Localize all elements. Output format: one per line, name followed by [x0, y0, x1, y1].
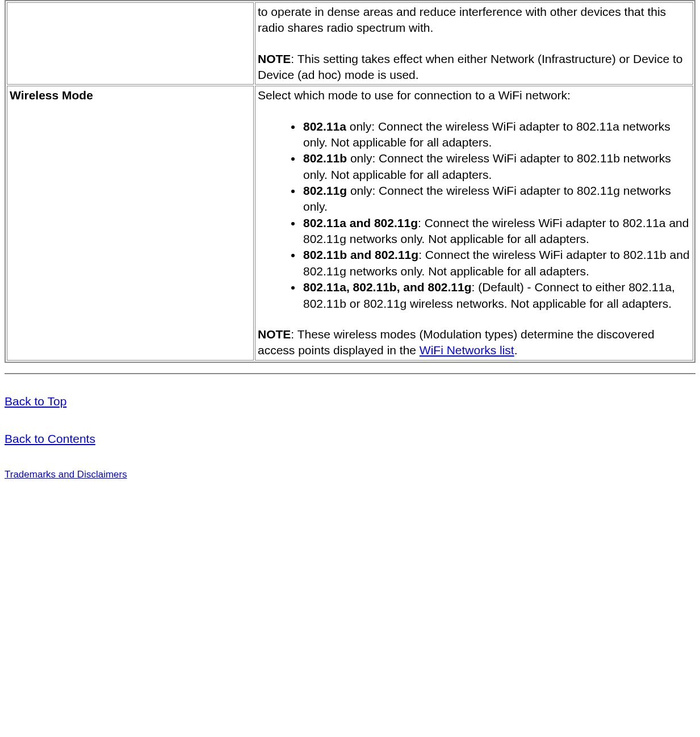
- options-list: 802.11a only: Connect the wireless WiFi …: [258, 119, 690, 312]
- list-item: 802.11a, 802.11b, and 802.11g: (Default)…: [302, 279, 690, 312]
- footer-links: Back to Top Back to Contents Trademarks …: [5, 393, 695, 482]
- option-name: 802.11b: [303, 152, 347, 165]
- option-name: 802.11a, 802.11b, and 802.11g: [303, 280, 472, 294]
- table-row: Wireless Mode Select which mode to use f…: [7, 86, 693, 360]
- note-label: NOTE: [258, 52, 291, 65]
- setting-desc-cell: Select which mode to use for connection …: [255, 86, 693, 360]
- back-to-contents-link[interactable]: Back to Contents: [5, 432, 95, 445]
- table-row: to operate in dense areas and reduce int…: [7, 2, 693, 85]
- list-item: 802.11a and 802.11g: Connect the wireles…: [302, 215, 690, 248]
- option-name: 802.11a: [303, 120, 346, 133]
- setting-name-cell: Wireless Mode: [7, 86, 254, 360]
- wifi-networks-list-link[interactable]: WiFi Networks list: [420, 344, 514, 357]
- section-divider: [5, 373, 695, 374]
- settings-table: to operate in dense areas and reduce int…: [5, 0, 695, 363]
- desc-intro: Select which mode to use for connection …: [258, 87, 690, 103]
- note-text: : This setting takes effect when either …: [258, 52, 683, 81]
- note-paragraph: NOTE: This setting takes effect when eit…: [258, 51, 690, 83]
- option-text: only: Connect the wireless WiFi adapter …: [303, 184, 671, 213]
- setting-desc-cell: to operate in dense areas and reduce int…: [255, 2, 693, 85]
- list-item: 802.11a only: Connect the wireless WiFi …: [302, 119, 690, 151]
- option-text: only: Connect the wireless WiFi adapter …: [303, 152, 671, 181]
- option-name: 802.11g: [303, 184, 347, 197]
- trademarks-link[interactable]: Trademarks and Disclaimers: [5, 469, 127, 480]
- note-text-post: .: [514, 344, 518, 357]
- desc-paragraph: to operate in dense areas and reduce int…: [258, 4, 690, 36]
- option-text: only: Connect the wireless WiFi adapter …: [303, 120, 670, 149]
- option-name: 802.11b and 802.11g: [303, 248, 418, 261]
- list-item: 802.11b and 802.11g: Connect the wireles…: [302, 247, 690, 279]
- option-name: 802.11a and 802.11g: [303, 216, 418, 229]
- setting-name-cell: [7, 2, 254, 85]
- back-to-top-link[interactable]: Back to Top: [5, 395, 66, 408]
- document-page: to operate in dense areas and reduce int…: [0, 0, 700, 514]
- list-item: 802.11b only: Connect the wireless WiFi …: [302, 150, 690, 183]
- note-label: NOTE: [258, 328, 291, 341]
- list-item: 802.11g only: Connect the wireless WiFi …: [302, 183, 690, 215]
- note-paragraph: NOTE: These wireless modes (Modulation t…: [258, 326, 690, 359]
